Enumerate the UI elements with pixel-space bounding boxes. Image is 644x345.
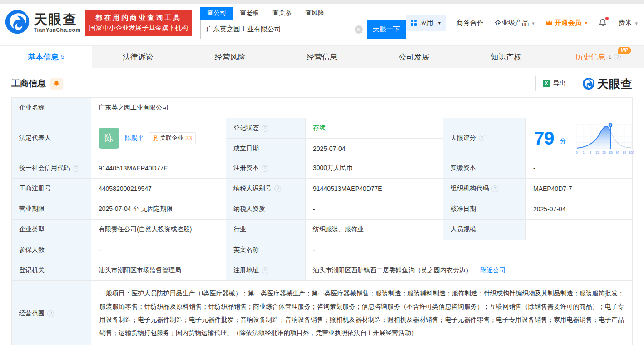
apps-grid-icon — [411, 20, 417, 26]
header-nav: 应用 ▾ 商务合作 企业级产品 ▾ 开通会员 ▾ 费米 ▾ — [406, 15, 638, 31]
tab-label: 经营风险 — [214, 52, 245, 62]
svg-text:15: 15 — [595, 151, 599, 154]
field-label: 人员规模 — [443, 220, 526, 240]
field-label: 英文名称 — [226, 240, 306, 260]
tab-history-info[interactable]: 历史信息 1 ? VIP — [552, 46, 644, 68]
field-label: 登记机关 — [12, 260, 91, 280]
tab-label: 知识产权 — [490, 52, 521, 62]
tab-label: 经营信息 — [307, 52, 337, 62]
help-icon[interactable]: ? — [262, 165, 268, 172]
vip-badge: VIP — [618, 47, 631, 54]
search-tab-risk[interactable]: 查风险 — [298, 7, 331, 20]
nav-enterprise-products[interactable]: 企业级产品 ▾ — [495, 19, 535, 27]
search-tab-relation[interactable]: 查关系 — [266, 7, 298, 20]
tab-label: 基本信息 — [28, 52, 59, 62]
company-name-value: 广东英之园工业有限公司 — [91, 98, 632, 118]
tab-intellectual-property[interactable]: 知识产权 — [460, 46, 552, 68]
crown-icon — [545, 20, 553, 26]
table-row: 经营范围? 一般项目：医护人员防护用品生产（I类医疗器械）；第一类医疗器械生产；… — [12, 281, 632, 345]
tab-label: 公司发展 — [399, 52, 430, 62]
company-type-value: 有限责任公司(自然人投资或控股) — [91, 220, 226, 240]
table-row: 企业名称 广东英之园工业有限公司 — [12, 98, 632, 118]
apps-menu[interactable]: 应用 ▾ — [406, 15, 446, 31]
user-menu[interactable]: 费米 ▾ — [618, 19, 638, 27]
chevron-down-icon: ▾ — [438, 20, 441, 26]
field-label: 统一社会信用代码? — [12, 158, 91, 178]
svg-text:50: 50 — [602, 151, 606, 154]
search-button[interactable]: 天眼一下 — [367, 20, 406, 39]
username: 费米 — [618, 19, 632, 26]
search-tab-boss[interactable]: 查老板 — [233, 7, 266, 20]
tab-basic-info[interactable]: 基本信息 5 — [0, 46, 92, 68]
field-label: 实缴资本 — [443, 158, 526, 178]
export-button[interactable]: X 导出 — [535, 76, 573, 91]
field-label: 参保人数 — [12, 240, 91, 260]
avatar[interactable]: 陈 — [99, 128, 119, 149]
taxpayer-id-value: 91440513MAEP40D77E — [306, 179, 443, 199]
search-input[interactable] — [200, 20, 367, 39]
help-icon[interactable]: ? — [73, 165, 79, 172]
tianyancha-logo[interactable]: 天眼查 TianYanCha.com — [5, 9, 80, 36]
tab-label: 法律诉讼 — [123, 52, 154, 62]
export-label: 导出 — [553, 80, 566, 88]
business-term-value: 2025-07-04 至 无固定期限 — [91, 199, 226, 219]
tab-count: 5 — [61, 53, 64, 60]
top-strip — [0, 0, 644, 4]
help-icon[interactable]: ? — [47, 310, 54, 317]
help-icon[interactable]: ? — [614, 54, 621, 60]
field-label: 纳税人资质 — [226, 199, 306, 219]
table-row: 营业期限 2025-07-04 至 无固定期限 纳税人资质 - 核准日期 202… — [12, 199, 632, 220]
reg-number-value: 440582000219547 — [91, 179, 226, 199]
business-info-table: 企业名称 广东英之园工业有限公司 法定代表人 陈 陈赐平 关联企业 23 — [11, 97, 633, 345]
help-icon[interactable]: ? — [479, 135, 485, 141]
score-unit: 分 — [560, 137, 566, 145]
clear-icon[interactable]: ✕ — [355, 25, 363, 34]
nearby-companies-link[interactable]: 附近公司 — [480, 266, 505, 275]
open-vip-link[interactable]: 开通会员 ▾ — [545, 19, 588, 27]
field-label: 登记状态? — [226, 118, 306, 138]
field-label: 企业名称 — [12, 98, 91, 118]
table-row: 企业类型 有限责任公司(自然人投资或控股) 行业 纺织服装、服饰业 人员规模 - — [12, 220, 632, 240]
notification-bell-icon[interactable] — [598, 18, 607, 27]
help-icon[interactable]: ? — [262, 125, 268, 132]
tab-legal-proceedings[interactable]: 法律诉讼 — [92, 46, 184, 68]
slogan-banner: 都在用的商业查询工具 国家中小企业发展子基金旗下机构 — [85, 10, 192, 36]
field-label: 法定代表人 — [12, 118, 91, 158]
approval-date-value: 2025-07-04 — [526, 199, 632, 219]
field-label: 成立日期 — [226, 139, 306, 159]
table-row: 工商注册号 440582000219547 纳税人识别号? 91440513MA… — [12, 179, 632, 199]
tab-operating-risk[interactable]: 经营风险 — [184, 46, 276, 68]
legal-rep-cell: 陈 陈赐平 关联企业 23 — [91, 118, 226, 158]
svg-text:3: 3 — [590, 151, 591, 154]
score-distribution-chart: 0 1 3 15 50 85 97 99 100 — [575, 120, 637, 156]
establish-date-value: 2025-07-04 — [306, 139, 443, 159]
reg-address-cell: 汕头市潮阳区西胪镇西二居委鲤鱼沟（英之园内衣旁边） 附近公司 — [306, 260, 632, 280]
search-tab-company[interactable]: 查公司 — [200, 7, 233, 20]
open-vip-label: 开通会员 — [555, 19, 582, 27]
reg-capital-value: 3000万人民币 — [306, 158, 443, 178]
field-label: 组织机构代码? — [443, 179, 526, 199]
watermark-text: 天眼查 — [597, 76, 633, 91]
reg-authority-value: 汕头市潮阳区市场监督管理局 — [91, 260, 226, 280]
related-companies-badge[interactable]: 关联企业 23 — [149, 132, 196, 144]
field-label: 注册资本? — [226, 158, 306, 178]
search-tabs: 查公司 查老板 查关系 查风险 — [200, 7, 406, 20]
score-cell: 79 分 — [526, 118, 641, 158]
tab-operating-info[interactable]: 经营信息 — [276, 46, 368, 68]
tab-count: 1 — [608, 53, 611, 60]
business-scope-value: 一般项目：医护人员防护用品生产（I类医疗器械）；第一类医疗器械生产；第一类医疗器… — [91, 281, 632, 345]
field-label: 营业期限 — [12, 199, 91, 219]
nav-cooperation[interactable]: 商务合作 — [456, 19, 484, 27]
help-icon[interactable]: ? — [491, 185, 498, 192]
slogan-line2: 国家中小企业发展子基金旗下机构 — [89, 24, 188, 32]
help-icon[interactable]: ? — [262, 267, 268, 274]
legal-rep-link[interactable]: 陈赐平 — [125, 134, 144, 142]
help-icon[interactable]: ? — [274, 185, 281, 192]
reg-status-value: 存续 — [306, 118, 443, 138]
tab-label: 历史信息 — [575, 52, 606, 62]
tab-company-development[interactable]: 公司发展 — [368, 46, 460, 68]
field-label: 企业类型 — [12, 220, 91, 240]
monitor-bell-icon[interactable] — [50, 78, 63, 90]
tianyancha-logo-icon — [5, 9, 30, 36]
related-count: 23 — [185, 135, 192, 141]
